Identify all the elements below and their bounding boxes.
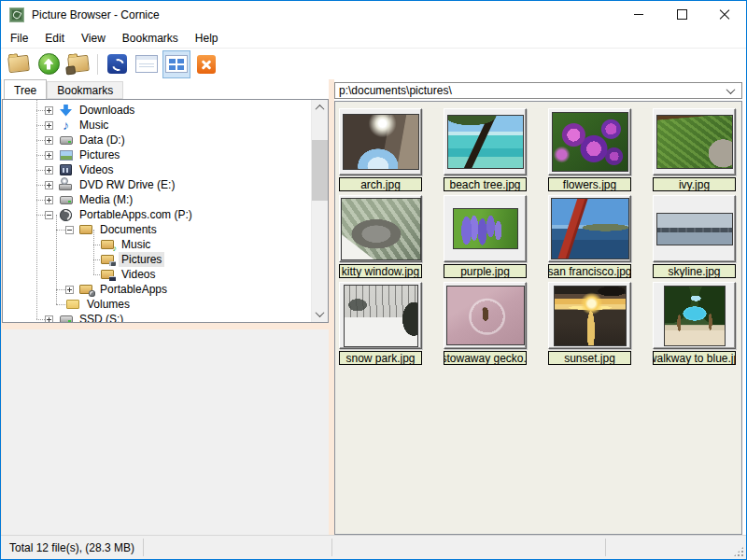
status-text: Total 12 file(s), (28.3 MB) xyxy=(9,541,134,554)
file-cell: stowaway gecko.j xyxy=(444,282,527,365)
folder-tree-panel: Downloads Music Data (D:) Pic xyxy=(2,99,329,323)
thumbnail-view-button[interactable] xyxy=(162,50,190,78)
tree-expander[interactable] xyxy=(45,315,53,323)
tree-item-label: DVD RW Drive (E:) xyxy=(77,177,177,192)
drive-icon xyxy=(58,193,74,206)
path-combobox[interactable]: p:\documents\pictures\ xyxy=(334,82,742,99)
scrollbar-track[interactable] xyxy=(312,116,328,306)
tree-item-label: Pictures xyxy=(77,147,122,162)
resize-grip-icon[interactable] xyxy=(733,546,744,557)
scrollbar-thumb[interactable] xyxy=(312,140,328,201)
tree-item[interactable]: Music xyxy=(3,237,311,252)
thumbnail-image xyxy=(551,198,629,259)
folder-tree: Downloads Music Data (D:) Pic xyxy=(3,100,311,322)
tree-item[interactable]: SSD (S:) xyxy=(3,312,311,322)
tree-expander[interactable] xyxy=(45,211,53,219)
thumbnail-image xyxy=(446,286,525,345)
tree-item[interactable]: PortableApps.com (P:) xyxy=(3,207,311,222)
exit-button[interactable] xyxy=(192,50,220,78)
sidebar-tab[interactable]: Bookmarks xyxy=(47,81,123,99)
chevron-down-icon xyxy=(316,308,325,317)
window-title: Picture Browser - Cornice xyxy=(32,8,160,21)
thumbnail-button[interactable] xyxy=(444,195,527,262)
tree-expander[interactable] xyxy=(45,121,53,130)
thumbnail-button[interactable] xyxy=(653,108,736,175)
minimize-icon xyxy=(634,14,643,15)
close-button[interactable] xyxy=(703,1,746,28)
file-name-label: san francisco.jpg xyxy=(548,264,631,278)
thumbnail-button[interactable] xyxy=(548,108,631,175)
tree-item[interactable]: DVD RW Drive (E:) xyxy=(3,177,311,192)
tree-expander[interactable] xyxy=(45,106,53,115)
thumbnail-button[interactable] xyxy=(339,195,422,262)
menu-item[interactable]: Edit xyxy=(36,29,73,48)
sidebar-tab[interactable]: Tree xyxy=(4,79,47,99)
file-name-label: arch.jpg xyxy=(339,177,422,191)
tree-item[interactable]: Videos xyxy=(3,162,311,177)
tree-expander[interactable] xyxy=(65,286,74,294)
tree-scrollbar[interactable] xyxy=(311,100,328,322)
open-folder-button[interactable] xyxy=(5,50,33,78)
tree-item[interactable]: Volumes xyxy=(3,297,311,312)
file-cell: beach tree.jpg xyxy=(444,108,527,191)
toolbar xyxy=(1,49,746,79)
scroll-down-button[interactable] xyxy=(312,306,328,322)
tree-item-label: Volumes xyxy=(84,297,133,312)
thumbnail-button[interactable] xyxy=(548,282,631,349)
thumbnail-image xyxy=(554,286,627,346)
thumbnail-button[interactable] xyxy=(653,195,736,262)
sidebar-tabs: Tree Bookmarks xyxy=(2,79,329,99)
refresh-button[interactable] xyxy=(103,50,131,78)
thumbnail-image xyxy=(447,115,524,169)
menu-item[interactable]: Help xyxy=(187,29,227,48)
tree-item[interactable]: Music xyxy=(3,118,311,133)
scroll-up-button[interactable] xyxy=(312,100,328,116)
thumbnail-button[interactable] xyxy=(444,108,527,175)
thumbnail-image xyxy=(343,114,419,170)
tree-expander[interactable] xyxy=(65,226,74,234)
tree-item[interactable]: Data (D:) xyxy=(3,133,311,147)
tree-expander[interactable] xyxy=(45,136,53,145)
thumbnail-button[interactable] xyxy=(339,282,422,349)
tree-item[interactable]: Downloads xyxy=(3,103,311,118)
tree-expander[interactable] xyxy=(45,181,53,189)
file-cell: kitty window.jpg xyxy=(339,195,422,278)
tree-item[interactable]: Documents xyxy=(3,222,311,237)
app-window: Picture Browser - Cornice FileEditViewBo… xyxy=(0,0,747,560)
file-cell: walkway to blue.jp xyxy=(653,282,736,365)
tree-expander[interactable] xyxy=(45,166,53,175)
thumbnail-button[interactable] xyxy=(548,195,631,262)
list-view-button[interactable] xyxy=(133,50,161,78)
tree-item-label: Downloads xyxy=(77,103,137,118)
tab-label: Tree xyxy=(14,84,36,97)
thumbnail-image xyxy=(656,115,733,169)
menu-item[interactable]: Bookmarks xyxy=(114,29,187,48)
thumbnail-button[interactable] xyxy=(444,282,527,349)
file-name-label: beach tree.jpg xyxy=(444,177,527,191)
file-cell: san francisco.jpg xyxy=(548,195,631,278)
tree-item-label: PortableApps xyxy=(97,282,170,297)
menu-item[interactable]: File xyxy=(2,29,36,48)
thumbnail-image xyxy=(656,213,733,245)
maximize-button[interactable] xyxy=(660,1,703,28)
thumbnail-button[interactable] xyxy=(653,282,736,349)
tree-expander[interactable] xyxy=(45,151,53,160)
tree-item[interactable]: Pictures xyxy=(3,147,311,162)
tree-item[interactable]: Pictures xyxy=(3,252,311,267)
sidebar-empty-area xyxy=(2,329,329,535)
file-name-label: ivy.jpg xyxy=(653,177,736,191)
menu-item[interactable]: View xyxy=(73,29,114,48)
minimize-button[interactable] xyxy=(617,1,660,28)
thumbnail-panel: arch.jpg beach tree.jpg xyxy=(334,101,742,535)
tree-item[interactable]: PortableApps xyxy=(3,282,311,297)
folder-pictures-icon xyxy=(100,253,116,266)
tree-item[interactable]: Media (M:) xyxy=(3,192,311,207)
file-name-label: kitty window.jpg xyxy=(339,264,422,278)
thumbnail-button[interactable] xyxy=(339,108,422,175)
tree-expander[interactable] xyxy=(45,196,53,204)
tree-item[interactable]: Videos xyxy=(3,267,311,282)
status-divider xyxy=(605,539,606,556)
maximize-icon xyxy=(677,9,687,20)
up-folder-button[interactable] xyxy=(35,50,63,78)
home-folder-button[interactable] xyxy=(64,50,92,78)
